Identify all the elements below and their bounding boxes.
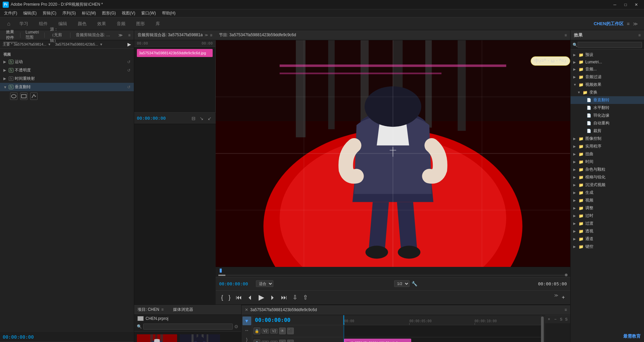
effects-search-input[interactable] [578,42,642,48]
menu-sequence[interactable]: 序列(S) [60,10,78,17]
menu-graphics[interactable]: 图形(G) [99,10,118,17]
tl-tool-select[interactable]: ▼ [243,317,251,325]
fx-item-generate[interactable]: ▶ 📁 生成 [571,189,644,196]
btn-mark-out[interactable]: } [226,293,232,302]
source-overwrite-btn[interactable]: ↙ [206,115,213,122]
fx-item-feather[interactable]: 📄 羽化边缘 [571,112,644,119]
transport-more-icon[interactable]: ≫ [554,293,558,302]
fx-item-immersive[interactable]: ▶ 📁 沉浸式视频 [571,181,644,189]
tab-media-browser[interactable]: 媒体浏览器 [170,307,196,312]
reset-vflip-icon[interactable]: ↺ [127,85,130,90]
track-v1-label-btn[interactable]: V1 [270,341,278,342]
timeline-close-icon[interactable]: ✕ [245,307,248,312]
effect-row-opacity[interactable]: ▶ fx 不透明度 ↺ [0,66,134,74]
ws-tab-audio[interactable]: 音频 [112,19,130,29]
tab-audio-mixer[interactable]: 音频剪辑混合器: 3a575347fa59881a [73,31,113,39]
fx-item-crop[interactable]: 📄 裁剪 [571,127,644,135]
menu-help[interactable]: 帮助(H) [159,10,178,17]
prog-timecode-start[interactable]: 00:00:00:00 [219,281,248,286]
btn-mark-in[interactable]: { [219,293,225,302]
prog-wrench-icon[interactable]: 🔧 [412,281,417,286]
ws-tab-color[interactable]: 颜色 [73,19,91,29]
v1-clip[interactable]: fx 3a575347fa59881423b59ddfe9 [344,339,411,342]
fx-item-transition[interactable]: ▶ 📁 过渡 [571,220,644,227]
btn-step-back[interactable]: ⏴ [245,293,255,302]
btn-step-forward[interactable]: ⏵ [268,293,278,302]
effect-row-vflip[interactable]: ▼ fx 垂直翻转 ↺ [0,83,134,91]
fx-item-noise[interactable]: ▶ 📁 杂色与颗粒 [571,166,644,173]
ellipse-tool[interactable] [10,93,17,100]
fx-item-audio[interactable]: ▶ 📁 音频... [571,65,644,73]
effect-row-motion[interactable]: ▶ fx 运动 ↺ [0,58,134,66]
fx-item-transform[interactable]: ▼ 📁 变换 [571,89,644,96]
track-v2-clip-area[interactable] [343,325,541,337]
tab-lumetri[interactable]: Lumetri 范围 [23,28,42,42]
menu-clip[interactable]: 剪辑(C) [40,10,59,17]
thumbnail-2[interactable]: ⊞ [180,334,220,342]
home-button[interactable]: ⌂ [4,19,13,28]
fx-item-channel[interactable]: ▶ 📁 通道 [571,235,644,243]
fx-item-videoeffects[interactable]: ▼ 📁 视频效果 [571,81,644,89]
fx-item-adjust[interactable]: ▶ 📁 调整 [571,204,644,212]
menu-file[interactable]: 文件(F) [1,10,20,17]
menu-view[interactable]: 视图(V) [119,10,138,17]
sequence-go-button[interactable]: ▶ [127,42,131,47]
track-v1-clip-area[interactable]: fx 3a575347fa59881423b59ddfe9 [343,337,541,342]
track-v2-visibility-btn[interactable]: 👁 [279,328,286,334]
timeline-menu-icon[interactable]: ≡ [565,307,567,312]
track-v2-settings-btn[interactable]: ⬛ [287,328,294,334]
track-v1-visibility-btn[interactable]: 👁 [279,340,286,342]
maximize-button[interactable]: □ [621,1,631,8]
project-search-input[interactable] [143,324,233,330]
menu-window[interactable]: 窗口(W) [139,10,158,17]
workspace-label[interactable]: CHEN的工作区 [594,21,624,27]
fx-item-keying[interactable]: ▶ 📁 键控 [571,243,644,250]
program-menu-icon[interactable]: ≡ [565,33,567,38]
btn-overwrite[interactable]: ⇧ [301,292,310,302]
track-v2-label-btn[interactable]: V2 [270,329,278,334]
fx-item-vflip[interactable]: 📄 垂直翻转 [571,96,644,104]
tl-zoom-minus-icon[interactable]: − [554,317,556,322]
fx-item-autoreframe[interactable]: 📄 自动重构 [571,119,644,127]
source-insert-btn[interactable]: ↘ [198,115,205,122]
ws-tab-graphics[interactable]: 图形 [131,19,150,29]
timeline-scroll-thumb[interactable] [541,317,544,342]
prog-quality-select[interactable]: 1/2 [394,280,410,287]
menu-edit[interactable]: 编辑(E) [20,10,39,17]
fx-item-audiofilter[interactable]: ▶ 📁 音频过滤 [571,73,644,81]
ws-tab-effects[interactable]: 效果 [93,19,111,29]
source-panel-menu-icon[interactable]: ≡ [210,33,212,38]
btn-insert[interactable]: ⇩ [290,292,300,302]
project-menu-icon[interactable]: ≡ [161,307,164,312]
fx-item-presets[interactable]: ▶ 📁 预设 [571,51,644,59]
pen-tool[interactable] [30,93,38,100]
program-playbar[interactable] [216,267,570,277]
fx-item-obsolete[interactable]: ▶ 📁 过时 [571,212,644,220]
source-filter-btn[interactable]: ⊟ [190,115,197,122]
effects-panel-menu-icon[interactable]: ≡ [638,33,641,38]
fx-item-imagecontrol[interactable]: ▶ 📁 图像控制 [571,135,644,142]
panel-menu-button[interactable]: ≡ [128,33,130,38]
reset-motion-icon[interactable]: ↺ [127,60,130,64]
fx-item-perspective[interactable]: ▶ 📁 透视 [571,227,644,235]
project-search-settings-icon[interactable]: ⚙ [234,324,238,329]
tl-zoom-add-icon[interactable]: + [548,317,550,322]
tl-tool-slip[interactable]: ↔ [243,326,251,335]
rect-tool[interactable] [20,93,28,100]
workspace-menu-icon[interactable]: ≡ [627,21,630,26]
track-v1-lock-btn[interactable]: 🔒 [254,340,260,342]
fx-item-time[interactable]: ▶ 📁 时间 [571,158,644,166]
track-v2-lock-btn[interactable]: 🔒 [254,328,260,334]
fx-item-video[interactable]: ▶ 📁 视频 [571,196,644,204]
ws-tab-learn[interactable]: 学习 [15,19,33,29]
tl-tool-ripple[interactable]: ⟩ [243,335,251,342]
btn-add-marker[interactable]: + [560,293,567,302]
minimize-button[interactable]: ─ [610,1,620,8]
workspace-more-icon[interactable]: ≫ [631,21,640,26]
fx-item-lumetri[interactable]: ▶ 📁 Lumetri... [571,59,644,65]
playbar-track[interactable] [218,275,568,276]
fx-item-utility[interactable]: ▶ 📁 实用程序 [571,142,644,150]
reset-opacity-icon[interactable]: ↺ [127,68,130,73]
effect-row-time-remap[interactable]: ▶ fx 时间重映射 [0,74,134,83]
close-button[interactable]: ✕ [631,1,641,8]
